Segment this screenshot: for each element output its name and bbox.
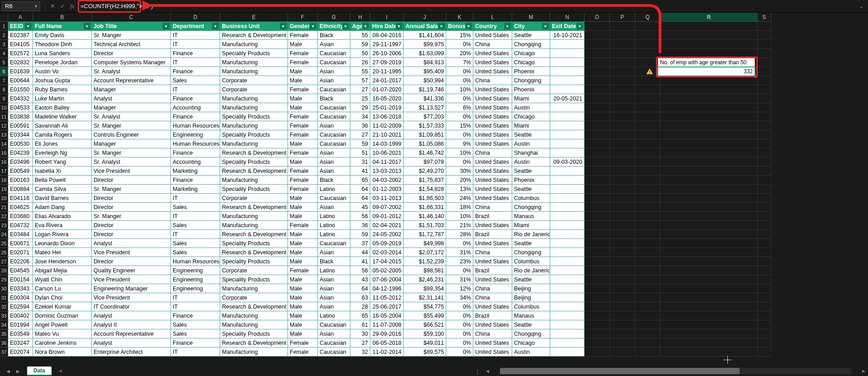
table-cell[interactable]: Male xyxy=(288,284,318,293)
col-header[interactable]: P xyxy=(610,13,635,22)
table-cell[interactable]: IT xyxy=(171,293,220,302)
table-cell[interactable]: 26 xyxy=(350,58,370,67)
table-cell[interactable]: Chicago xyxy=(512,49,550,58)
table-cell[interactable]: 0% xyxy=(446,76,473,85)
table-cell[interactable]: $1,75,837 xyxy=(404,176,446,185)
row-header[interactable]: 23 xyxy=(0,221,8,230)
empty-cell[interactable] xyxy=(660,275,758,284)
table-cell[interactable]: Finance xyxy=(171,176,220,185)
table-cell[interactable]: 25-06-2017 xyxy=(370,302,404,311)
table-cell[interactable]: Finance xyxy=(171,94,220,103)
row-header[interactable]: 15 xyxy=(0,148,8,157)
empty-cell[interactable] xyxy=(758,121,771,130)
empty-cell[interactable] xyxy=(660,338,758,347)
table-cell[interactable]: 0% xyxy=(446,302,473,311)
table-cell[interactable]: $1,72,787 xyxy=(404,230,446,239)
table-cell[interactable]: 11-02-2009 xyxy=(370,121,404,130)
table-cell[interactable]: Speciality Products xyxy=(220,49,288,58)
table-cell[interactable]: Seattle xyxy=(512,130,550,139)
table-cell[interactable]: 32 xyxy=(350,347,370,357)
empty-cell[interactable] xyxy=(635,148,660,157)
empty-cell[interactable] xyxy=(635,320,660,329)
table-cell[interactable]: Miami xyxy=(512,94,550,103)
row-header[interactable]: 37 xyxy=(0,347,8,357)
error-indicator-icon[interactable] xyxy=(646,67,654,76)
table-cell[interactable]: 24-05-2002 xyxy=(370,230,404,239)
table-cell[interactable]: 31 xyxy=(350,157,370,167)
table-cell[interactable]: Savannah Ali xyxy=(33,121,92,130)
table-cell[interactable]: United States xyxy=(473,49,512,58)
empty-cell[interactable] xyxy=(758,85,771,94)
table-cell[interactable]: 01-07-2020 xyxy=(370,85,404,94)
table-cell[interactable] xyxy=(550,239,585,248)
table-cell[interactable]: E04332 xyxy=(8,94,33,103)
table-cell[interactable]: E02572 xyxy=(8,49,33,58)
empty-cell[interactable] xyxy=(585,167,610,176)
table-cell[interactable]: Speciality Products xyxy=(220,130,288,139)
table-cell[interactable]: Caucasian xyxy=(318,139,350,148)
empty-cell[interactable] xyxy=(610,22,635,31)
table-cell[interactable]: Speciality Products xyxy=(220,157,288,167)
table-cell[interactable] xyxy=(550,212,585,221)
table-cell[interactable]: Miami xyxy=(512,121,550,130)
table-cell[interactable]: Isabella Xi xyxy=(33,167,92,176)
table-cell[interactable]: 0% xyxy=(446,94,473,103)
row-header[interactable]: 11 xyxy=(0,112,8,121)
table-cell[interactable]: Columbus xyxy=(512,257,550,266)
table-cell[interactable]: Black xyxy=(318,31,350,40)
empty-cell[interactable] xyxy=(758,347,771,357)
table-cell[interactable] xyxy=(550,58,585,67)
empty-cell[interactable] xyxy=(635,121,660,130)
table-cell[interactable]: Chongqing xyxy=(512,76,550,85)
table-cell[interactable]: $2,07,172 xyxy=(404,248,446,257)
table-cell[interactable]: 59 xyxy=(350,40,370,49)
empty-cell[interactable] xyxy=(758,148,771,157)
row-header[interactable]: 16 xyxy=(0,157,8,167)
table-cell[interactable]: E00549 xyxy=(8,167,33,176)
row-header[interactable]: 30 xyxy=(0,284,8,293)
row-header[interactable]: 20 xyxy=(0,194,8,203)
empty-cell[interactable] xyxy=(635,167,660,176)
table-cell[interactable]: Brazil xyxy=(473,266,512,275)
table-cell[interactable]: E00671 xyxy=(8,239,33,248)
table-cell[interactable]: Brazil xyxy=(473,311,512,320)
table-cell[interactable]: Sr. Manger xyxy=(92,212,171,221)
empty-cell[interactable] xyxy=(585,257,610,266)
empty-cell[interactable] xyxy=(660,22,758,31)
table-cell[interactable]: $1,66,331 xyxy=(404,203,446,212)
row-header[interactable]: 10 xyxy=(0,103,8,112)
empty-cell[interactable] xyxy=(610,257,635,266)
table-cell[interactable]: Director xyxy=(92,176,171,185)
table-cell[interactable]: Finance xyxy=(171,148,220,157)
table-cell[interactable]: $1,86,503 xyxy=(404,194,446,203)
empty-cell[interactable] xyxy=(758,31,771,40)
empty-cell[interactable] xyxy=(610,121,635,130)
empty-cell[interactable] xyxy=(758,338,771,347)
table-cell[interactable]: Speciality Products xyxy=(220,112,288,121)
empty-cell[interactable] xyxy=(610,194,635,203)
empty-cell[interactable] xyxy=(758,167,771,176)
table-cell[interactable]: 31% xyxy=(446,248,473,257)
table-cell[interactable] xyxy=(550,121,585,130)
table-cell[interactable]: Manager xyxy=(92,139,171,148)
table-cell[interactable]: 27 xyxy=(350,85,370,94)
table-cell[interactable]: Adam Dang xyxy=(33,203,92,212)
table-cell[interactable]: Seattle xyxy=(512,167,550,176)
table-cell[interactable]: United States xyxy=(473,94,512,103)
table-cell[interactable]: Analyst xyxy=(92,338,171,347)
table-cell[interactable]: 25-01-2019 xyxy=(370,103,404,112)
row-header[interactable]: 35 xyxy=(0,329,8,338)
table-cell[interactable]: Caucasian xyxy=(318,103,350,112)
table-cell[interactable]: Elias Alvarado xyxy=(33,212,92,221)
table-cell[interactable]: $98,581 xyxy=(404,266,446,275)
table-cell[interactable]: Research & Development xyxy=(220,248,288,257)
filter-icon[interactable] xyxy=(438,23,445,29)
table-cell[interactable]: 02-04-2021 xyxy=(370,221,404,230)
table-cell[interactable]: 29 xyxy=(350,103,370,112)
table-cell[interactable]: Manufacturing xyxy=(220,221,288,230)
table-cell[interactable]: Finance xyxy=(171,112,220,121)
formula-expand-button[interactable]: ⌄ xyxy=(856,1,866,11)
empty-cell[interactable] xyxy=(758,302,771,311)
empty-cell[interactable] xyxy=(660,40,758,49)
filter-icon[interactable] xyxy=(465,23,472,29)
